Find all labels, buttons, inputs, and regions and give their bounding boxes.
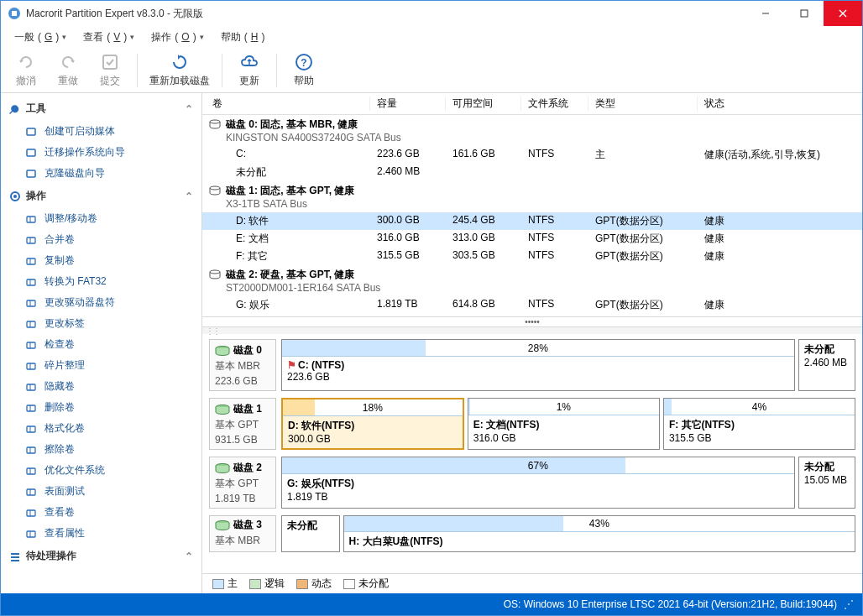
op-icon	[24, 254, 38, 268]
volume-row[interactable]: E: 文档316.0 GB 313.0 GBNTFS GPT(数据分区)健康	[202, 230, 862, 248]
disk-header[interactable]: 磁盘 0: 固态, 基本 MBR, 健康KINGSTON SA400S37240…	[202, 115, 862, 146]
svg-rect-38	[27, 468, 35, 474]
collapse-icon[interactable]: ⌃	[185, 191, 193, 202]
disk-map-info[interactable]: 磁盘 0 基本 MBR223.6 GB	[209, 339, 276, 391]
close-button[interactable]	[824, 1, 862, 26]
header-capacity[interactable]: 容量	[370, 97, 446, 111]
commit-button[interactable]: 提交	[95, 52, 125, 88]
sidebar-item[interactable]: 创建可启动媒体	[1, 121, 201, 142]
partition-block[interactable]: 43% H: 大白菜U盘(NTFS)	[343, 515, 855, 552]
disk-map[interactable]: 磁盘 0 基本 MBR223.6 GB 28% ⚑C: (NTFS)223.6 …	[202, 334, 862, 573]
header-status[interactable]: 状态	[698, 97, 862, 111]
svg-rect-32	[27, 405, 35, 411]
header-type[interactable]: 类型	[588, 97, 698, 111]
svg-rect-11	[27, 170, 35, 177]
svg-rect-24	[27, 321, 35, 327]
header-volume[interactable]: 卷	[202, 97, 370, 111]
sidebar-item[interactable]: 删除卷	[1, 397, 201, 418]
sidebar-item[interactable]: 合并卷	[1, 229, 201, 250]
maximize-button[interactable]	[785, 1, 824, 26]
resize-grip-icon[interactable]: ⋰	[844, 598, 854, 610]
menu-general[interactable]: 一般(G)▾	[8, 29, 73, 46]
sidebar-item[interactable]: 更改标签	[1, 313, 201, 334]
volume-row[interactable]: F: 其它315.5 GB 303.5 GBNTFS GPT(数据分区)健康	[202, 248, 862, 265]
sidebar-section-tools[interactable]: 工具⌃	[1, 97, 201, 121]
sidebar-item[interactable]: 转换为 FAT32	[1, 271, 201, 292]
help-button[interactable]: ?帮助	[289, 52, 319, 88]
sidebar-item[interactable]: 迁移操作系统向导	[1, 142, 201, 163]
sidebar-item[interactable]: 碎片整理	[1, 355, 201, 376]
undo-button[interactable]: 撤消	[11, 52, 41, 88]
op-icon	[24, 380, 38, 394]
sidebar-item[interactable]: 克隆磁盘向导	[1, 163, 201, 184]
sidebar-item[interactable]: 格式化卷	[1, 418, 201, 439]
disk-header[interactable]: 磁盘 2: 硬盘, 基本 GPT, 健康ST2000DM001-1ER164 S…	[202, 265, 862, 296]
svg-rect-28	[27, 363, 35, 369]
legend: 主 逻辑 动态 未分配	[202, 573, 862, 593]
svg-rect-9	[27, 128, 35, 135]
svg-rect-10	[27, 149, 35, 156]
header-filesystem[interactable]: 文件系统	[521, 97, 588, 111]
op-icon	[24, 443, 38, 457]
partition-block[interactable]: 未分配2.460 MB	[798, 339, 855, 391]
help-icon: ?	[294, 52, 314, 72]
op-icon	[24, 506, 38, 519]
svg-rect-36	[27, 447, 35, 453]
volume-row[interactable]: C:223.6 GB 161.6 GBNTFS 主健康(活动,系统,引导,恢复)	[202, 146, 862, 164]
svg-rect-16	[27, 238, 35, 243]
sidebar-item[interactable]: 调整/移动卷	[1, 208, 201, 229]
svg-text:?: ?	[301, 57, 306, 69]
sidebar-item[interactable]: 查看卷	[1, 502, 201, 523]
disk-map-info[interactable]: 磁盘 2 基本 GPT1.819 TB	[209, 457, 276, 509]
menu-help[interactable]: 帮助(H)	[214, 29, 272, 46]
volume-row[interactable]: G: 娱乐1.819 TB 614.8 GBNTFS GPT(数据分区)健康	[202, 296, 862, 314]
collapse-icon[interactable]: ⌃	[185, 551, 193, 562]
partition-block[interactable]: 18% D: 软件(NTFS)300.0 GB	[281, 398, 464, 450]
partition-block[interactable]: 28% ⚑C: (NTFS)223.6 GB	[281, 339, 795, 391]
reload-icon	[170, 52, 190, 72]
status-bar: OS: Windows 10 Enterprise LTSC 2021 64-b…	[1, 593, 862, 615]
disk-icon	[209, 185, 221, 196]
partition-block[interactable]: 67% G: 娱乐(NTFS)1.819 TB	[281, 457, 795, 509]
sidebar-item[interactable]: 查看属性	[1, 523, 201, 544]
svg-rect-1	[12, 11, 17, 16]
redo-button[interactable]: 重做	[53, 52, 83, 88]
os-info: OS: Windows 10 Enterprise LTSC 2021 64-b…	[504, 598, 837, 610]
sidebar-item[interactable]: 擦除卷	[1, 439, 201, 460]
minimize-button[interactable]	[746, 1, 785, 26]
volume-list[interactable]: 磁盘 0: 固态, 基本 MBR, 健康KINGSTON SA400S37240…	[202, 115, 862, 317]
header-free[interactable]: 可用空间	[446, 97, 521, 111]
svg-rect-30	[27, 384, 35, 390]
volume-row[interactable]: 未分配2.460 MB	[202, 164, 862, 181]
partition-block[interactable]: 未分配15.05 MB	[798, 457, 855, 509]
collapse-icon[interactable]: ⌃	[185, 103, 193, 115]
op-icon	[24, 338, 38, 352]
partition-block[interactable]: 1% E: 文档(NTFS)316.0 GB	[468, 398, 660, 450]
sidebar-item[interactable]: 表面测试	[1, 481, 201, 502]
sidebar: 工具⌃ 创建可启动媒体 迁移操作系统向导 克隆磁盘向导 操作⌃ 调整/移动卷	[1, 93, 202, 593]
partition-block[interactable]: 未分配	[281, 515, 340, 552]
menu-operations[interactable]: 操作(O)▾	[144, 29, 210, 46]
op-icon	[24, 233, 38, 247]
sidebar-section-operations[interactable]: 操作⌃	[1, 184, 201, 208]
sidebar-item[interactable]: 隐藏卷	[1, 376, 201, 397]
disk-map-row: 磁盘 1 基本 GPT931.5 GB 18% D: 软件(NTFS)300.0…	[209, 398, 855, 450]
menu-view[interactable]: 查看(V)▾	[76, 29, 141, 46]
sidebar-item[interactable]: 更改驱动器盘符	[1, 292, 201, 313]
disk-map-info[interactable]: 磁盘 1 基本 GPT931.5 GB	[209, 398, 276, 450]
sidebar-item[interactable]: 检查卷	[1, 334, 201, 355]
sidebar-section-pending[interactable]: 待处理操作⌃	[1, 544, 201, 568]
reload-button[interactable]: 重新加载磁盘	[149, 52, 210, 88]
sidebar-item[interactable]: 复制卷	[1, 250, 201, 271]
undo-icon	[16, 52, 36, 72]
sidebar-item[interactable]: 优化文件系统	[1, 460, 201, 481]
volume-row[interactable]: D: 软件300.0 GB 245.4 GBNTFS GPT(数据分区)健康	[202, 212, 862, 230]
svg-point-51	[210, 270, 220, 274]
disk-header[interactable]: 磁盘 1: 固态, 基本 GPT, 健康X3-1TB SATA Bus	[202, 181, 862, 212]
splitter-handle[interactable]: ⋮⋮	[202, 327, 862, 334]
disk-map-info[interactable]: 磁盘 3 基本 MBR	[209, 515, 276, 552]
partition-block[interactable]: 4% F: 其它(NTFS)315.5 GB	[663, 398, 855, 450]
update-button[interactable]: 更新	[234, 52, 264, 88]
disk-icon	[209, 269, 221, 279]
op-icon	[24, 422, 38, 436]
